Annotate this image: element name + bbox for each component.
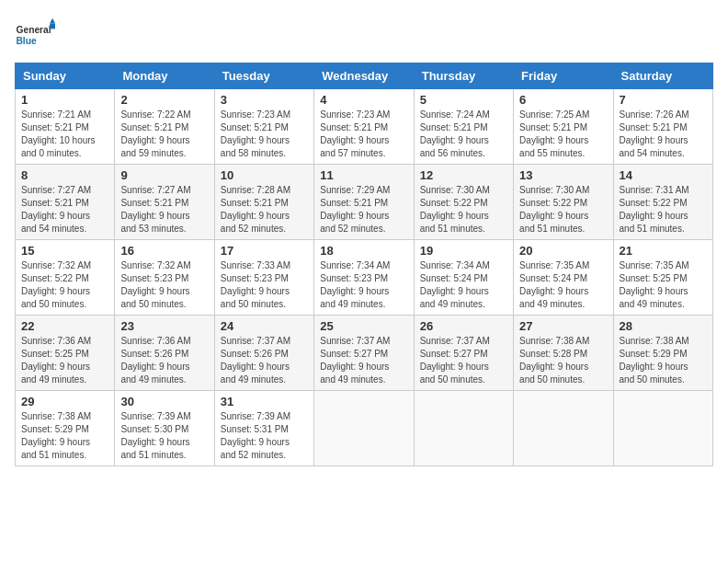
day-cell: 9Sunrise: 7:27 AM Sunset: 5:21 PM Daylig… bbox=[115, 165, 214, 240]
day-cell bbox=[414, 391, 513, 466]
day-cell: 30Sunrise: 7:39 AM Sunset: 5:30 PM Dayli… bbox=[115, 391, 214, 466]
day-number: 13 bbox=[519, 168, 607, 182]
day-cell: 28Sunrise: 7:38 AM Sunset: 5:29 PM Dayli… bbox=[613, 316, 712, 391]
day-cell: 17Sunrise: 7:33 AM Sunset: 5:23 PM Dayli… bbox=[214, 240, 313, 316]
day-info: Sunrise: 7:38 AM Sunset: 5:28 PM Dayligh… bbox=[519, 335, 607, 386]
week-row-1: 1Sunrise: 7:21 AM Sunset: 5:21 PM Daylig… bbox=[16, 89, 713, 165]
svg-text:General: General bbox=[16, 25, 51, 35]
day-cell: 29Sunrise: 7:38 AM Sunset: 5:29 PM Dayli… bbox=[16, 391, 115, 466]
day-cell bbox=[314, 391, 414, 466]
day-number: 16 bbox=[120, 244, 208, 258]
day-number: 26 bbox=[420, 319, 507, 333]
week-row-2: 8Sunrise: 7:27 AM Sunset: 5:21 PM Daylig… bbox=[16, 165, 713, 240]
svg-marker-2 bbox=[50, 18, 55, 24]
day-cell: 7Sunrise: 7:26 AM Sunset: 5:21 PM Daylig… bbox=[613, 89, 712, 165]
day-number: 20 bbox=[519, 244, 607, 258]
day-number: 18 bbox=[320, 244, 407, 258]
day-cell: 16Sunrise: 7:32 AM Sunset: 5:23 PM Dayli… bbox=[115, 240, 214, 316]
day-number: 27 bbox=[519, 319, 607, 333]
day-info: Sunrise: 7:32 AM Sunset: 5:23 PM Dayligh… bbox=[120, 259, 208, 311]
day-cell: 21Sunrise: 7:35 AM Sunset: 5:25 PM Dayli… bbox=[613, 240, 712, 316]
day-cell: 26Sunrise: 7:37 AM Sunset: 5:27 PM Dayli… bbox=[414, 316, 513, 391]
day-number: 30 bbox=[120, 395, 208, 408]
svg-marker-3 bbox=[50, 24, 55, 29]
column-header-wednesday: Wednesday bbox=[314, 63, 414, 89]
day-cell: 8Sunrise: 7:27 AM Sunset: 5:21 PM Daylig… bbox=[16, 165, 115, 240]
day-number: 24 bbox=[221, 319, 308, 333]
column-header-saturday: Saturday bbox=[613, 63, 712, 89]
day-number: 21 bbox=[620, 244, 707, 258]
day-cell: 3Sunrise: 7:23 AM Sunset: 5:21 PM Daylig… bbox=[214, 89, 313, 165]
day-cell: 6Sunrise: 7:25 AM Sunset: 5:21 PM Daylig… bbox=[514, 89, 613, 165]
day-cell: 27Sunrise: 7:38 AM Sunset: 5:28 PM Dayli… bbox=[514, 316, 613, 391]
day-info: Sunrise: 7:32 AM Sunset: 5:22 PM Dayligh… bbox=[21, 259, 108, 311]
day-cell: 20Sunrise: 7:35 AM Sunset: 5:24 PM Dayli… bbox=[514, 240, 613, 316]
day-number: 7 bbox=[620, 93, 707, 107]
day-cell: 19Sunrise: 7:34 AM Sunset: 5:24 PM Dayli… bbox=[414, 240, 513, 316]
day-cell: 18Sunrise: 7:34 AM Sunset: 5:23 PM Dayli… bbox=[314, 240, 414, 316]
day-info: Sunrise: 7:23 AM Sunset: 5:21 PM Dayligh… bbox=[221, 109, 308, 160]
day-info: Sunrise: 7:21 AM Sunset: 5:21 PM Dayligh… bbox=[21, 109, 108, 160]
day-cell bbox=[514, 391, 613, 466]
day-number: 6 bbox=[519, 93, 607, 107]
day-info: Sunrise: 7:35 AM Sunset: 5:25 PM Dayligh… bbox=[620, 259, 707, 311]
day-number: 8 bbox=[21, 168, 108, 182]
week-row-4: 22Sunrise: 7:36 AM Sunset: 5:25 PM Dayli… bbox=[16, 316, 713, 391]
week-row-5: 29Sunrise: 7:38 AM Sunset: 5:29 PM Dayli… bbox=[16, 391, 713, 466]
day-cell: 4Sunrise: 7:23 AM Sunset: 5:21 PM Daylig… bbox=[314, 89, 414, 165]
calendar-header: SundayMondayTuesdayWednesdayThursdayFrid… bbox=[16, 63, 713, 89]
day-info: Sunrise: 7:27 AM Sunset: 5:21 PM Dayligh… bbox=[21, 184, 108, 236]
day-number: 28 bbox=[620, 319, 707, 333]
day-number: 31 bbox=[221, 395, 308, 408]
day-cell: 5Sunrise: 7:24 AM Sunset: 5:21 PM Daylig… bbox=[414, 89, 513, 165]
day-number: 3 bbox=[221, 93, 308, 107]
day-number: 12 bbox=[420, 168, 507, 182]
day-number: 17 bbox=[221, 244, 308, 258]
day-cell: 1Sunrise: 7:21 AM Sunset: 5:21 PM Daylig… bbox=[16, 89, 115, 165]
calendar-table: SundayMondayTuesdayWednesdayThursdayFrid… bbox=[15, 63, 713, 466]
day-info: Sunrise: 7:34 AM Sunset: 5:23 PM Dayligh… bbox=[320, 259, 407, 311]
day-info: Sunrise: 7:28 AM Sunset: 5:21 PM Dayligh… bbox=[221, 184, 308, 236]
column-header-friday: Friday bbox=[514, 63, 613, 89]
day-cell bbox=[613, 391, 712, 466]
day-cell: 10Sunrise: 7:28 AM Sunset: 5:21 PM Dayli… bbox=[214, 165, 313, 240]
column-header-tuesday: Tuesday bbox=[214, 63, 313, 89]
day-cell: 31Sunrise: 7:39 AM Sunset: 5:31 PM Dayli… bbox=[214, 391, 313, 466]
day-number: 2 bbox=[120, 93, 208, 107]
logo-icon: General Blue bbox=[15, 15, 55, 55]
day-info: Sunrise: 7:36 AM Sunset: 5:25 PM Dayligh… bbox=[21, 335, 108, 386]
day-cell: 11Sunrise: 7:29 AM Sunset: 5:21 PM Dayli… bbox=[314, 165, 414, 240]
day-number: 9 bbox=[120, 168, 208, 182]
day-info: Sunrise: 7:30 AM Sunset: 5:22 PM Dayligh… bbox=[519, 184, 607, 236]
day-info: Sunrise: 7:37 AM Sunset: 5:26 PM Dayligh… bbox=[221, 335, 308, 386]
day-info: Sunrise: 7:35 AM Sunset: 5:24 PM Dayligh… bbox=[519, 259, 607, 311]
day-number: 29 bbox=[21, 395, 108, 408]
day-info: Sunrise: 7:24 AM Sunset: 5:21 PM Dayligh… bbox=[420, 109, 507, 160]
day-info: Sunrise: 7:34 AM Sunset: 5:24 PM Dayligh… bbox=[420, 259, 507, 311]
day-info: Sunrise: 7:37 AM Sunset: 5:27 PM Dayligh… bbox=[420, 335, 507, 386]
day-info: Sunrise: 7:38 AM Sunset: 5:29 PM Dayligh… bbox=[620, 335, 707, 386]
logo: General Blue bbox=[15, 15, 55, 55]
column-header-sunday: Sunday bbox=[16, 63, 115, 89]
week-row-3: 15Sunrise: 7:32 AM Sunset: 5:22 PM Dayli… bbox=[16, 240, 713, 316]
day-cell: 14Sunrise: 7:31 AM Sunset: 5:22 PM Dayli… bbox=[613, 165, 712, 240]
day-cell: 12Sunrise: 7:30 AM Sunset: 5:22 PM Dayli… bbox=[414, 165, 513, 240]
day-number: 22 bbox=[21, 319, 108, 333]
day-info: Sunrise: 7:22 AM Sunset: 5:21 PM Dayligh… bbox=[120, 109, 208, 160]
day-number: 11 bbox=[320, 168, 407, 182]
day-number: 1 bbox=[21, 93, 108, 107]
day-number: 25 bbox=[320, 319, 407, 333]
day-info: Sunrise: 7:27 AM Sunset: 5:21 PM Dayligh… bbox=[120, 184, 208, 236]
day-number: 19 bbox=[420, 244, 507, 258]
calendar-body: 1Sunrise: 7:21 AM Sunset: 5:21 PM Daylig… bbox=[16, 89, 713, 466]
day-info: Sunrise: 7:30 AM Sunset: 5:22 PM Dayligh… bbox=[420, 184, 507, 236]
page-header: General Blue bbox=[15, 15, 713, 55]
svg-text:Blue: Blue bbox=[16, 36, 37, 46]
day-info: Sunrise: 7:37 AM Sunset: 5:27 PM Dayligh… bbox=[320, 335, 407, 386]
day-info: Sunrise: 7:29 AM Sunset: 5:21 PM Dayligh… bbox=[320, 184, 407, 236]
day-number: 15 bbox=[21, 244, 108, 258]
day-number: 4 bbox=[320, 93, 407, 107]
day-info: Sunrise: 7:38 AM Sunset: 5:29 PM Dayligh… bbox=[21, 410, 108, 462]
day-info: Sunrise: 7:39 AM Sunset: 5:30 PM Dayligh… bbox=[120, 410, 208, 462]
day-cell: 13Sunrise: 7:30 AM Sunset: 5:22 PM Dayli… bbox=[514, 165, 613, 240]
